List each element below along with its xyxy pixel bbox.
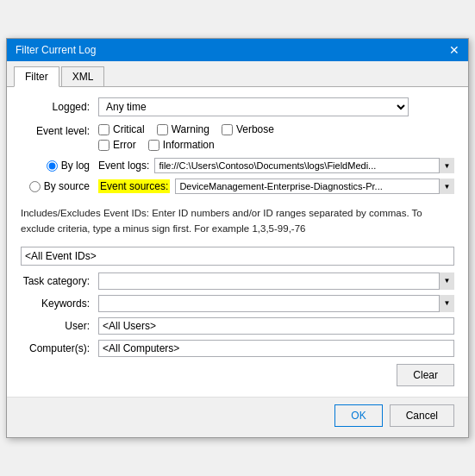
event-logs-dropdown: ▼ [154, 158, 454, 173]
verbose-label: Verbose [236, 123, 274, 135]
by-source-radio-label[interactable]: By source [29, 180, 90, 192]
event-sources-field-wrapper: Event sources: ▼ [98, 178, 454, 194]
ok-button[interactable]: OK [334, 404, 382, 427]
event-sources-row: By source Event sources: ▼ [21, 178, 454, 194]
warning-checkbox[interactable] [157, 124, 168, 135]
clear-button[interactable]: Clear [397, 364, 454, 386]
event-sources-arrow[interactable]: ▼ [439, 178, 454, 194]
event-sources-label: Event sources: [98, 179, 170, 193]
dialog-title: Filter Current Log [16, 44, 96, 56]
radio-by-source: By source [21, 180, 98, 192]
event-logs-arrow[interactable]: ▼ [439, 158, 454, 173]
keywords-row: Keywords: ▼ [21, 295, 454, 312]
task-category-input[interactable] [98, 272, 454, 290]
tab-filter[interactable]: Filter [14, 66, 59, 87]
keywords-dropdown: ▼ [98, 295, 454, 312]
verbose-checkbox[interactable] [222, 124, 233, 135]
event-logs-row: By log Event logs: ▼ [21, 158, 454, 173]
checkbox-information[interactable]: Information [148, 139, 215, 151]
tab-bar: Filter XML [7, 61, 468, 87]
user-row: User: [21, 317, 454, 335]
error-label: Error [113, 139, 136, 151]
checkboxes-row-2: Error Information [98, 139, 274, 151]
event-logs-label: Event logs: [98, 160, 149, 172]
title-bar: Filter Current Log ✕ [7, 39, 468, 61]
event-logs-field-wrapper: Event logs: ▼ [98, 158, 454, 173]
clear-row: Clear [21, 364, 454, 386]
event-sources-dropdown: ▼ [175, 178, 454, 194]
event-level-label: Event level: [21, 123, 98, 137]
critical-label: Critical [113, 123, 145, 135]
radio-by-log: By log [21, 160, 98, 172]
error-checkbox[interactable] [98, 140, 109, 151]
information-checkbox[interactable] [148, 140, 159, 151]
cancel-button[interactable]: Cancel [390, 404, 454, 427]
logged-dropdown-wrapper: Any time Last hour Last 12 hours Last 24… [98, 97, 409, 116]
warning-label: Warning [172, 123, 209, 135]
event-level-row: Event level: Critical Warning Verbose [21, 123, 454, 151]
keywords-arrow[interactable]: ▼ [439, 295, 454, 312]
event-ids-row [21, 247, 454, 266]
by-log-label: By log [61, 160, 90, 172]
logged-label: Logged: [21, 101, 98, 113]
checkbox-error[interactable]: Error [98, 139, 136, 151]
critical-checkbox[interactable] [98, 124, 109, 135]
task-category-dropdown: ▼ [98, 272, 454, 290]
by-log-radio[interactable] [47, 160, 58, 172]
keywords-input[interactable] [98, 295, 454, 312]
checkbox-critical[interactable]: Critical [98, 123, 145, 135]
by-source-label: By source [44, 180, 90, 192]
event-ids-input[interactable] [21, 247, 454, 266]
checkbox-warning[interactable]: Warning [157, 123, 209, 135]
computer-input[interactable] [98, 340, 454, 357]
computer-label: Computer(s): [21, 342, 98, 354]
checkbox-verbose[interactable]: Verbose [222, 123, 274, 135]
user-label: User: [21, 320, 98, 332]
by-log-radio-label[interactable]: By log [47, 160, 90, 172]
close-button[interactable]: ✕ [449, 44, 459, 56]
information-label: Information [163, 139, 215, 151]
event-sources-input[interactable] [175, 178, 454, 194]
event-logs-input[interactable] [154, 158, 454, 173]
event-level-checkboxes: Critical Warning Verbose Error [98, 123, 274, 151]
task-category-arrow[interactable]: ▼ [439, 272, 454, 290]
task-category-label: Task category: [21, 275, 98, 287]
user-input[interactable] [98, 317, 454, 335]
description-text: Includes/Excludes Event IDs: Enter ID nu… [21, 203, 454, 240]
filter-dialog: Filter Current Log ✕ Filter XML Logged: … [6, 38, 469, 438]
keywords-label: Keywords: [21, 298, 98, 310]
main-content: Logged: Any time Last hour Last 12 hours… [7, 87, 468, 397]
logged-row: Logged: Any time Last hour Last 12 hours… [21, 97, 454, 116]
dialog-footer: OK Cancel [7, 397, 468, 437]
logged-select[interactable]: Any time Last hour Last 12 hours Last 24… [98, 97, 409, 116]
task-category-row: Task category: ▼ [21, 272, 454, 290]
checkboxes-row-1: Critical Warning Verbose [98, 123, 274, 135]
by-source-radio[interactable] [29, 181, 41, 192]
computer-row: Computer(s): [21, 340, 454, 357]
tab-xml[interactable]: XML [61, 66, 105, 86]
